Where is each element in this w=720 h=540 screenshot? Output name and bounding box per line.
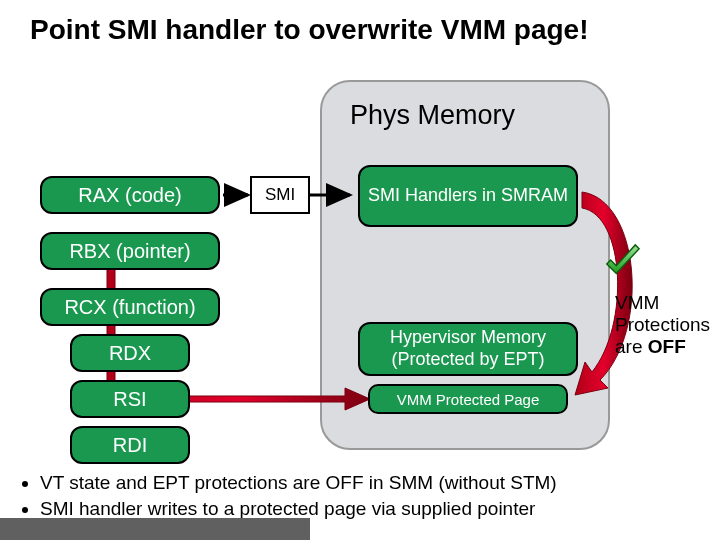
phys-memory-label: Phys Memory [350, 100, 515, 131]
reg-rsi: RSI [70, 380, 190, 418]
slide: Point SMI handler to overwrite VMM page!… [0, 0, 720, 540]
footer-bar [0, 518, 310, 540]
reg-rcx: RCX (function) [40, 288, 220, 326]
checkmark-icon [603, 243, 641, 281]
vmm-note-line3-pre: are [615, 336, 648, 357]
vmm-note-line2: Protections [615, 314, 710, 335]
reg-rdi: RDI [70, 426, 190, 464]
mem-hypervisor: Hypervisor Memory (Protected by EPT) [358, 322, 578, 376]
reg-rax: RAX (code) [40, 176, 220, 214]
mem-vmm-page: VMM Protected Page [368, 384, 568, 414]
reg-rdx: RDX [70, 334, 190, 372]
vmm-note-line1: VMM [615, 292, 659, 313]
mem-smi-handlers: SMI Handlers in SMRAM [358, 165, 578, 227]
bullet-item: VT state and EPT protections are OFF in … [40, 470, 557, 496]
slide-title: Point SMI handler to overwrite VMM page! [30, 14, 589, 46]
smi-box: SMI [250, 176, 310, 214]
vmm-note-line3-bold: OFF [648, 336, 686, 357]
bullet-list: VT state and EPT protections are OFF in … [20, 470, 557, 521]
reg-rbx: RBX (pointer) [40, 232, 220, 270]
vmm-protections-note: VMM Protections are OFF [615, 292, 720, 358]
